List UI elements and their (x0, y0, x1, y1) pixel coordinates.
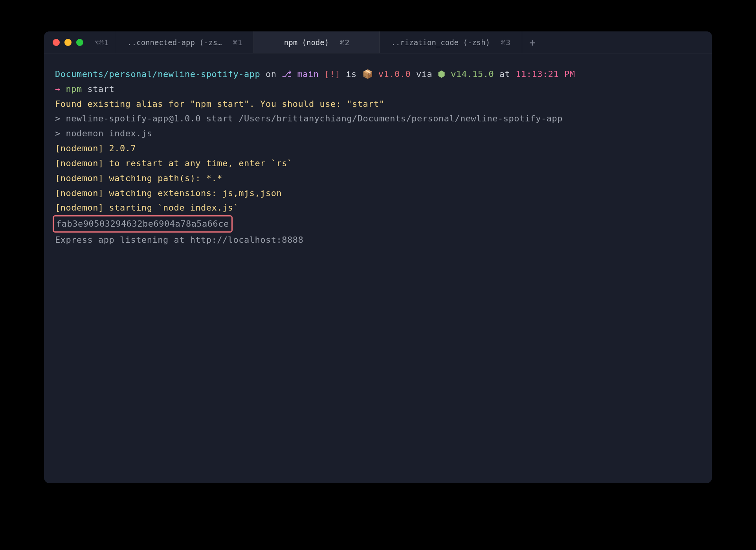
tab-rization-code[interactable]: ..rization_code (-zsh) ⌘3 (380, 31, 522, 53)
nodemon-line: [nodemon] to restart at any time, enter … (55, 156, 701, 171)
package-icon: 📦 (362, 69, 373, 79)
command-bin: npm (66, 84, 82, 94)
prompt-is: is (341, 69, 362, 79)
tab-shortcut: ⌘1 (233, 38, 243, 47)
prompt-on: on (260, 69, 282, 79)
close-icon[interactable] (53, 39, 60, 46)
prompt-path: Documents/personal/newline-spotify-app (55, 69, 260, 79)
new-tab-button[interactable]: + (522, 31, 543, 53)
highlighted-hash: fab3e90503294632be6904a78a5a66ce (53, 215, 233, 233)
prompt-time: 11:13:21 PM (516, 69, 575, 79)
prompt-line: Documents/personal/newline-spotify-app o… (55, 67, 701, 82)
maximize-icon[interactable] (76, 39, 83, 46)
terminal-window: ⌥⌘1 ..connected-app (-zs… ⌘1 npm (node) … (44, 31, 712, 483)
window-shortcut: ⌥⌘1 (90, 38, 116, 47)
command-args: start (82, 84, 114, 94)
prompt-arrow-icon: → (55, 84, 66, 94)
command-line: → npm start (55, 82, 701, 97)
git-branch: main (292, 69, 324, 79)
git-branch-icon: ⎇ (282, 69, 292, 79)
npm-run-line-2: > nodemon index.js (55, 126, 701, 141)
minimize-icon[interactable] (64, 39, 72, 46)
nodemon-line: [nodemon] starting `node index.js` (55, 200, 701, 215)
terminal-body[interactable]: Documents/personal/newline-spotify-app o… (44, 53, 712, 483)
hash-output-line: fab3e90503294632be6904a78a5a66ce (55, 215, 701, 233)
node-version: v14.15.0 (445, 69, 494, 79)
nodemon-line: [nodemon] watching path(s): *.* (55, 171, 701, 186)
node-icon: ⬢ (438, 69, 446, 79)
tab-shortcut: ⌘3 (501, 38, 511, 47)
nodemon-line: [nodemon] watching extensions: js,mjs,js… (55, 186, 701, 201)
tab-group: ..connected-app (-zs… ⌘1 npm (node) ⌘2 .… (116, 31, 712, 53)
traffic-lights (44, 39, 90, 46)
tab-title: ..connected-app (-zs… (127, 38, 222, 47)
git-status: [!] (324, 69, 340, 79)
package-version: v1.0.0 (373, 69, 411, 79)
tab-npm-node[interactable]: npm (node) ⌘2 (254, 31, 380, 53)
tab-shortcut: ⌘2 (340, 38, 350, 47)
tab-title: npm (node) (284, 38, 329, 47)
prompt-via: via (411, 69, 438, 79)
nodemon-line: [nodemon] 2.0.7 (55, 141, 701, 156)
tab-connected-app[interactable]: ..connected-app (-zs… ⌘1 (116, 31, 254, 53)
alias-warning-line: Found existing alias for "npm start". Yo… (55, 97, 701, 112)
tab-title: ..rization_code (-zsh) (391, 38, 490, 47)
prompt-at: at (494, 69, 516, 79)
npm-run-line-1: > newline-spotify-app@1.0.0 start /Users… (55, 111, 701, 126)
express-listening-line: Express app listening at http://localhos… (55, 233, 701, 248)
titlebar: ⌥⌘1 ..connected-app (-zs… ⌘1 npm (node) … (44, 31, 712, 53)
